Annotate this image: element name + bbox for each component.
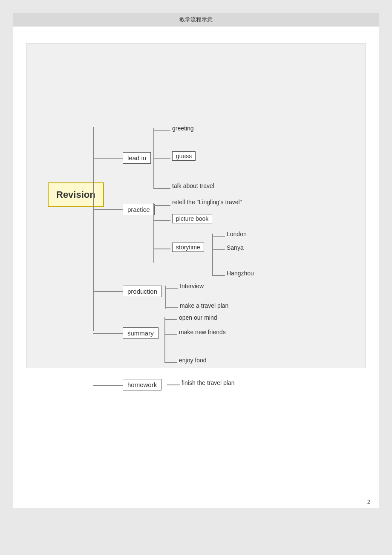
header-title: 教学流程示意	[179, 16, 213, 23]
item-guess: guess	[172, 151, 196, 161]
horiz-new-friends	[164, 334, 177, 335]
branch-practice: practice	[123, 204, 155, 215]
item-storytime: storytime	[172, 243, 204, 252]
horiz-hangzhou	[212, 275, 225, 276]
branch-production: production	[123, 286, 162, 297]
production-vert	[165, 286, 166, 309]
horiz-retell	[153, 205, 170, 206]
horiz-production	[93, 291, 123, 292]
horiz-practice	[93, 209, 123, 210]
item-interview: Interview	[180, 283, 204, 289]
item-make-travel-plan: make a travel plan	[180, 302, 228, 309]
branch-homework: homework	[123, 379, 161, 390]
horiz-interview	[165, 288, 178, 289]
revision-box: Revision	[48, 182, 104, 207]
horiz-lead-in	[93, 158, 123, 159]
branch-summary: summary	[123, 327, 159, 339]
item-hangzhou: Hangzhou	[227, 270, 254, 277]
horiz-london	[212, 236, 225, 237]
mindmap: Revision lead in greeting guess talk abo…	[35, 57, 357, 355]
horiz-storytime	[153, 249, 170, 249]
horiz-summary	[93, 333, 123, 334]
horiz-homework	[93, 385, 123, 386]
branch-lead-in: lead in	[123, 152, 151, 164]
item-finish-travel-plan: finish the travel plan	[182, 379, 235, 386]
item-sanya: Sanya	[227, 244, 244, 251]
horiz-guess	[153, 158, 170, 159]
item-london: London	[227, 231, 247, 237]
horiz-sanya	[212, 249, 225, 250]
page-number: 2	[13, 495, 379, 509]
practice-vert	[153, 203, 154, 263]
item-make-new-friends: make new friends	[179, 329, 226, 335]
horiz-talk	[153, 188, 170, 189]
horiz-greeting	[153, 130, 170, 131]
horiz-enjoy-food	[164, 362, 177, 363]
item-enjoy-food: enjoy food	[179, 357, 207, 364]
horiz-finish	[167, 384, 180, 385]
horiz-open-mind	[164, 319, 177, 320]
item-retell: retell the "Lingling's travel"	[172, 199, 242, 205]
item-picture-book: picture book	[172, 214, 212, 223]
horiz-make-travel	[165, 307, 178, 308]
content-area: Revision lead in greeting guess talk abo…	[13, 26, 379, 495]
item-open-mind: open our mind	[179, 314, 217, 321]
page-wrapper: 教学流程示意 Revision lead in greeting gu	[13, 13, 379, 509]
item-greeting: greeting	[172, 125, 194, 132]
diagram-container: Revision lead in greeting guess talk abo…	[26, 43, 366, 368]
storytime-vert	[212, 234, 213, 276]
horiz-picturebook	[153, 220, 170, 221]
item-talk-about-travel: talk about travel	[172, 182, 214, 189]
summary-vert	[164, 317, 165, 363]
lead-in-vert	[153, 128, 154, 189]
header-bar: 教学流程示意	[13, 13, 379, 26]
